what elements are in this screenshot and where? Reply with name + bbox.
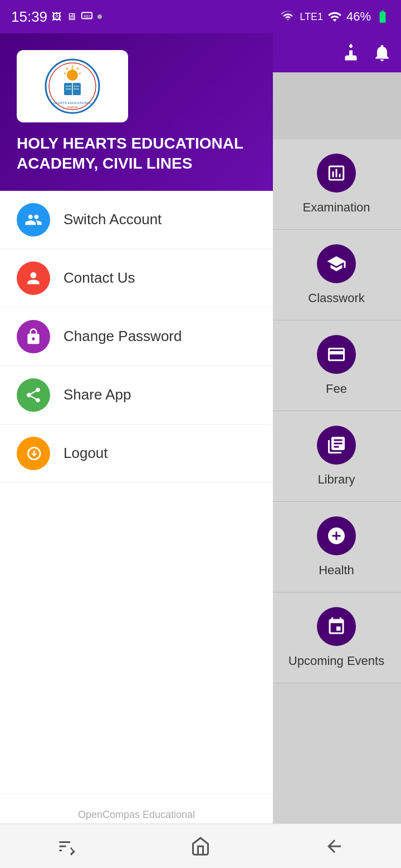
school-logo-container: HEARTS EDUCATIONAL RAIPUR [17, 50, 128, 122]
library-icon [326, 435, 346, 455]
fee-label: Fee [326, 382, 347, 396]
menu-item-share-app[interactable]: Share App [0, 366, 273, 425]
status-bar: 15:39 🖼 🖥 REC LTE1 46% [0, 0, 401, 33]
screen-icon: 🖥 [66, 11, 76, 23]
svg-line-7 [79, 73, 81, 74]
bottom-nav [0, 823, 401, 868]
lte-indicator: LTE1 [300, 11, 323, 23]
health-icon-circle [317, 516, 356, 555]
drawer-menu: Switch Account Contact Us Change Passwor… [0, 191, 273, 793]
examination-icon [326, 163, 346, 183]
contact-us-icon-circle [17, 262, 50, 295]
classwork-icon [326, 254, 346, 274]
battery-icon [375, 9, 390, 24]
footer-line1: OpenCompas Educational [13, 807, 260, 823]
school-logo-svg: HEARTS EDUCATIONAL RAIPUR [45, 58, 100, 114]
upcoming-events-label: Upcoming Events [288, 654, 384, 668]
examination-icon-circle [317, 154, 356, 193]
status-left: 15:39 🖼 🖥 REC [11, 8, 102, 26]
notification-icon[interactable] [372, 43, 392, 63]
svg-point-4 [67, 70, 78, 81]
switch-account-icon [25, 211, 42, 229]
fee-icon-circle [317, 335, 356, 374]
contact-us-icon [25, 269, 42, 287]
switch-account-icon-circle [17, 203, 50, 236]
menu-item-change-password[interactable]: Change Password [0, 308, 273, 366]
drawer-header: HEARTS EDUCATIONAL RAIPUR HOLY HEARTS ED… [0, 33, 273, 191]
right-content-area [272, 72, 401, 139]
library-label: Library [317, 472, 355, 487]
logout-label: Logout [63, 445, 108, 462]
rec-icon: REC [81, 9, 93, 24]
classwork-icon-circle [317, 244, 356, 283]
photo-icon: 🖼 [52, 11, 62, 23]
share-app-label: Share App [63, 386, 131, 403]
menu-item-switch-account[interactable]: Switch Account [0, 191, 273, 249]
nav-menu-button[interactable] [45, 830, 89, 863]
svg-line-6 [77, 68, 79, 70]
svg-text:RAIPUR: RAIPUR [67, 106, 78, 109]
grid-item-classwork[interactable]: Classwork [272, 230, 401, 320]
grid-item-examination[interactable]: Examination [272, 139, 401, 230]
menu-item-logout[interactable]: Logout [0, 425, 273, 483]
share-app-icon [25, 386, 42, 404]
status-right: LTE1 46% [281, 9, 390, 24]
dot-indicator [97, 14, 102, 19]
nav-menu-icon [57, 836, 77, 856]
nav-back-icon [324, 836, 344, 856]
right-panel: Examination Classwork Fee [272, 33, 401, 868]
upcoming-events-icon [326, 617, 346, 637]
svg-line-9 [64, 73, 66, 74]
library-icon-circle [317, 426, 356, 465]
logout-icon-circle [17, 437, 50, 470]
contact-us-label: Contact Us [63, 269, 135, 287]
svg-text:REC: REC [84, 14, 92, 18]
wifi-icon [281, 9, 295, 24]
grid-item-upcoming-events[interactable]: Upcoming Events [272, 593, 401, 683]
grid-item-fee[interactable]: Fee [272, 320, 401, 411]
right-top-bar [272, 33, 401, 72]
svg-line-8 [66, 68, 68, 70]
share-app-icon-circle [17, 378, 50, 412]
examination-label: Examination [302, 200, 370, 215]
health-label: Health [319, 563, 354, 578]
drawer: HEARTS EDUCATIONAL RAIPUR HOLY HEARTS ED… [0, 33, 273, 868]
classwork-label: Classwork [308, 291, 364, 305]
grid-item-library[interactable]: Library [272, 411, 401, 502]
birthday-icon [341, 43, 361, 63]
school-name: HOLY HEARTS EDUCATIONAL ACADEMY, CIVIL L… [17, 134, 256, 174]
fee-icon [326, 344, 346, 364]
nav-home-icon [190, 836, 211, 856]
grid-item-health[interactable]: Health [272, 502, 401, 593]
battery-level: 46% [346, 9, 371, 24]
change-password-icon [25, 328, 42, 346]
menu-item-contact-us[interactable]: Contact Us [0, 249, 273, 308]
status-time: 15:39 [11, 8, 47, 26]
switch-account-label: Switch Account [63, 211, 162, 228]
signal-icon [327, 9, 342, 24]
app-container: Examination Classwork Fee [0, 33, 401, 868]
health-icon [326, 526, 346, 546]
logout-icon [25, 445, 42, 462]
upcoming-events-icon-circle [317, 607, 356, 646]
change-password-label: Change Password [63, 328, 182, 345]
svg-text:HEARTS EDUCATIONAL: HEARTS EDUCATIONAL [53, 101, 92, 105]
nav-home-button[interactable] [178, 830, 223, 863]
change-password-icon-circle [17, 320, 50, 353]
school-logo: HEARTS EDUCATIONAL RAIPUR [25, 56, 120, 117]
nav-back-button[interactable] [312, 830, 356, 863]
